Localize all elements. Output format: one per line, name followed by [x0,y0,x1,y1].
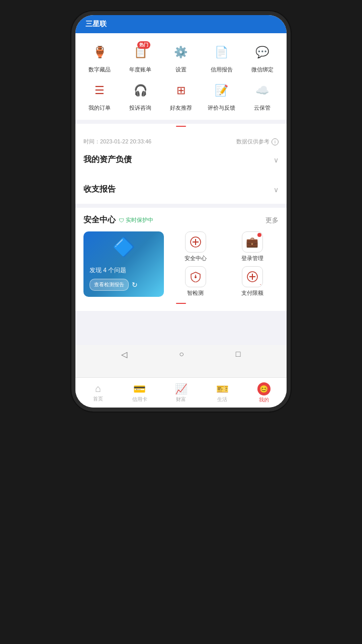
income-section: 收支报告 ∨ [75,175,287,204]
menu-item-friend-recommend[interactable]: ⊞ 好友推荐 [161,79,202,112]
smart-detect-label: 智检测 [187,289,204,297]
safety-status-text: 实时保护中 [126,216,153,224]
nav-item-wealth[interactable]: 📈 财富 [160,383,202,403]
nav-item-home[interactable]: ⌂ 首页 [77,383,119,403]
safety-header: 安全中心 🛡 实时保护中 更多 [83,215,279,225]
svg-point-3 [195,276,197,278]
phone-frame: 三星联 🏺 数字藏品 📋 热门 年度账单 ⚙️ [75,15,287,408]
menu-item-rating[interactable]: 📝 评价与反馈 [201,79,242,112]
safety-status-badge: 🛡 实时保护中 [119,216,153,224]
assets-title: 我的资产负债 [83,154,132,165]
menu-item-my-orders[interactable]: ☰ 我的订单 [79,79,120,112]
friend-recommend-label: 好友推荐 [170,104,192,112]
login-manage-badge [257,233,261,237]
safety-content: 🔷 发现 4 个问题 查看检测报告 ↻ [83,231,279,297]
credit-report-label: 信用报告 [211,66,233,73]
digital-collectibles-label: 数字藏品 [88,66,111,73]
menu-item-settings[interactable]: ⚙️ 设置 [161,41,202,73]
main-content: 🏺 数字藏品 📋 热门 年度账单 ⚙️ 设置 📄 [75,33,287,345]
nav-item-mine[interactable]: 😊 我的 [243,382,285,404]
life-icon: 🎫 [216,383,229,395]
safety-center-label: 安全中心 [185,255,207,262]
login-manage-icon: 💼 [242,231,263,253]
cloud-manage-label: 云保管 [254,104,270,112]
timestamp-text: 时间：2023-01-22 20:33:46 [83,138,151,145]
home-icon: ⌂ [95,383,101,394]
my-orders-icon: ☰ [90,82,109,100]
home-button[interactable]: ○ [179,350,184,359]
digital-collectibles-icon: 🏺 [90,43,109,61]
safety-icons-grid: 安全中心 💼 登录管理 [169,231,279,297]
menu-item-credit-report[interactable]: 📄 信用报告 [201,41,242,73]
wechat-bind-icon: 💬 [253,43,272,61]
mine-avatar: 😊 [257,382,270,395]
menu-item-cloud-manage[interactable]: ☁️ 云保管 [242,79,283,112]
safety-more-link[interactable]: 更多 [265,216,279,225]
my-orders-label: 我的订单 [88,104,111,112]
home-nav-label: 首页 [93,395,103,403]
data-reference: 数据仅供参考 i [236,138,279,145]
complaint-icon: 🎧 [131,82,149,100]
credit-report-icon: 📄 [213,43,231,61]
wechat-bind-label: 微信绑定 [251,66,274,73]
cloud-manage-icon: ☁️ [253,82,272,100]
friend-recommend-icon: ⊞ [172,82,190,100]
recents-button[interactable]: □ [236,350,241,359]
wealth-nav-label: 财富 [176,396,186,403]
life-nav-label: 生活 [217,396,227,403]
income-title: 收支报告 [83,184,116,195]
status-bar-title: 三星联 [85,20,107,29]
menu-item-complaint[interactable]: 🎧 投诉咨询 [120,79,161,112]
annual-bill-label: 年度账单 [129,66,151,73]
timestamp-section: 时间：2023-01-22 20:33:46 数据仅供参考 i 我的资产负债 ∨ [75,131,287,175]
safety-center-icon [185,231,206,253]
credit-card-icon: 💳 [133,383,146,395]
bottom-nav: ⌂ 首页 💳 信用卡 📈 财富 🎫 生活 😊 我的 [75,377,287,408]
income-chevron-icon: ∨ [274,186,279,194]
menu-grid: 🏺 数字藏品 📋 热门 年度账单 ⚙️ 设置 📄 [75,33,287,120]
status-bar: 三星联 [75,15,287,33]
safety-section: 安全中心 🛡 实时保护中 更多 🔷 发现 4 个问题 查看检测报告 ↻ [75,208,287,311]
refresh-icon[interactable]: ↻ [132,281,138,289]
info-icon[interactable]: i [272,138,279,145]
income-row[interactable]: 收支报告 ∨ [83,182,279,197]
safety-grid-item-safety-center[interactable]: 安全中心 [169,231,222,262]
back-button[interactable]: ◁ [121,350,127,359]
view-report-button[interactable]: 查看检测报告 [89,279,129,291]
settings-label: 设置 [175,66,187,73]
shield-3d-icon: 🔷 [113,236,135,258]
menu-item-wechat-bind[interactable]: 💬 微信绑定 [242,41,283,73]
payment-limit-icon: - [242,266,263,287]
safety-grid-item-payment-limit[interactable]: - 支付限额 [226,266,279,297]
menu-item-annual-bill[interactable]: 📋 热门 年度账单 [120,41,161,73]
menu-underline [75,124,287,131]
safety-title: 安全中心 [83,215,116,225]
assets-chevron-icon: ∨ [274,156,279,164]
login-manage-label: 登录管理 [241,255,263,262]
nav-item-credit-card[interactable]: 💳 信用卡 [119,383,160,403]
banner-warning-text: 发现 4 个问题 [89,266,158,275]
rating-icon: 📝 [213,82,231,100]
assets-row[interactable]: 我的资产负债 ∨ [83,149,279,168]
complaint-label: 投诉咨询 [129,104,151,112]
android-nav: ◁ ○ □ [75,345,287,363]
smart-detect-icon [185,266,206,287]
safety-grid-item-smart-detect[interactable]: 智检测 [169,266,222,297]
menu-item-digital-collectibles[interactable]: 🏺 数字藏品 [79,41,120,73]
rating-label: 评价与反馈 [208,104,235,112]
wealth-icon: 📈 [175,383,188,395]
shield-icon: 🛡 [119,217,124,223]
nav-item-life[interactable]: 🎫 生活 [202,383,243,403]
payment-limit-label: 支付限额 [241,289,263,297]
annual-bill-badge: 热门 [137,41,150,49]
settings-icon: ⚙️ [172,43,190,61]
credit-card-nav-label: 信用卡 [132,396,147,403]
safety-banner[interactable]: 🔷 发现 4 个问题 查看检测报告 ↻ [83,231,164,297]
mine-nav-label: 我的 [259,396,269,404]
safety-grid-item-login-manage[interactable]: 💼 登录管理 [226,231,279,262]
